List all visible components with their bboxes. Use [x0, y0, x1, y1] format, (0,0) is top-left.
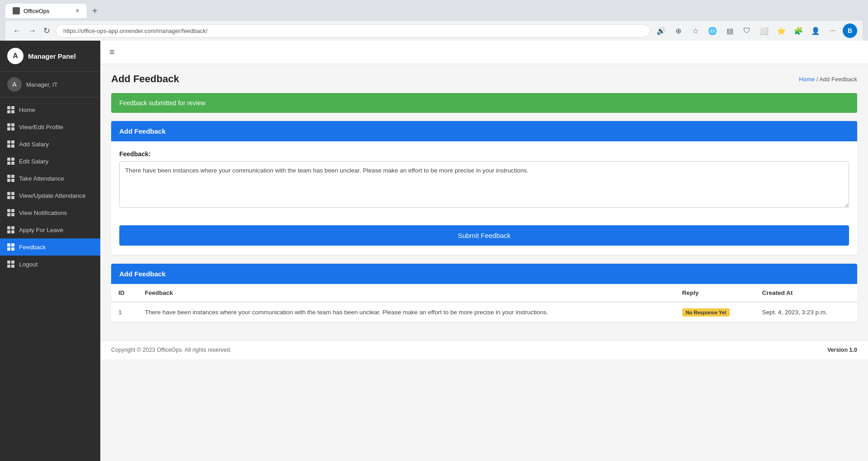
favorites-btn[interactable]: ☆: [688, 23, 703, 38]
table-header-row: ID Feedback Reply Created At: [111, 284, 857, 302]
tab-favicon: [13, 7, 20, 14]
col-id: ID: [111, 284, 138, 302]
sidebar-logo-initial: A: [13, 52, 18, 60]
grid-icon-view-attendance: [7, 192, 14, 199]
row-reply: No Response Yet: [675, 302, 755, 322]
grid-icon-feedback: [7, 243, 14, 251]
sidebar-item-add-salary[interactable]: Add Salary: [0, 135, 100, 153]
browser-chrome: OfficeOps × + ← → ↻ https://office-ops-a…: [0, 0, 868, 41]
page-title: Add Feedback: [111, 73, 179, 85]
sidebar-item-feedback[interactable]: Feedback: [0, 238, 100, 256]
col-reply: Reply: [675, 284, 755, 302]
forward-btn[interactable]: →: [26, 24, 38, 37]
browser-tabs: OfficeOps × +: [5, 4, 863, 18]
sidebar-item-view-notifications[interactable]: View Notifications: [0, 204, 100, 221]
success-alert: Feedback submitted for review: [111, 93, 857, 113]
extensions-btn[interactable]: 🧩: [791, 23, 806, 38]
sidebar-logo: A: [7, 48, 23, 64]
row-id: 1: [111, 302, 138, 322]
page-header: Add Feedback Home / Add Feedback: [111, 73, 857, 85]
sidebar-item-label-edit-salary: Edit Salary: [19, 158, 48, 165]
feedback-label: Feedback:: [119, 150, 849, 158]
row-feedback: There have been instances where your com…: [138, 302, 675, 322]
breadcrumb-home-link[interactable]: Home: [799, 76, 815, 83]
tab-title: OfficeOps: [23, 8, 50, 14]
sidebar: A Manager Panel A Manager, IT Home View/…: [0, 41, 100, 461]
submit-btn-container: Submit Feedback: [111, 225, 857, 255]
sidebar-item-label-add-salary: Add Salary: [19, 141, 49, 148]
sidebar-item-logout[interactable]: Logout: [0, 256, 100, 273]
no-response-badge: No Response Yet: [682, 308, 730, 317]
grid-icon-add-salary: [7, 140, 14, 148]
row-created-at: Sept. 4, 2023, 3:23 p.m.: [755, 302, 857, 322]
table-head: ID Feedback Reply Created At: [111, 284, 857, 302]
grid-icon-take-attendance: [7, 175, 14, 182]
feedback-table: ID Feedback Reply Created At 1 There hav…: [111, 284, 857, 322]
sidebar-item-label-notifications: View Notifications: [19, 210, 67, 216]
read-aloud-btn[interactable]: 🔊: [654, 23, 668, 38]
add-feedback-form-card-body: Feedback:: [111, 141, 857, 225]
sidebar-item-label-logout: Logout: [19, 261, 38, 268]
add-feedback-form-card-header: Add Feedback: [111, 121, 857, 141]
sidebar-item-label-home: Home: [19, 107, 35, 113]
browser-actions: 🔊 ⊕ ☆ 🌐 ▤ 🛡 ⬜ ⭐ 🧩 👤 ··· B: [654, 23, 857, 38]
breadcrumb-current: Add Feedback: [819, 76, 857, 83]
main-content: ≡ Add Feedback Home / Add Feedback Feedb…: [100, 41, 868, 461]
feedback-table-card-header: Add Feedback: [111, 264, 857, 284]
sidebar-user: A Manager, IT: [0, 72, 100, 98]
sidebar-item-label-profile: View/Edit Profile: [19, 124, 63, 130]
grid-icon-logout: [7, 261, 14, 268]
grid-icon: [7, 106, 14, 113]
sidebar-item-take-attendance[interactable]: Take Attendance: [0, 170, 100, 187]
content-area: Add Feedback Home / Add Feedback Feedbac…: [100, 64, 868, 340]
more-btn[interactable]: ···: [826, 23, 840, 38]
sidebar-item-view-edit-profile[interactable]: View/Edit Profile: [0, 118, 100, 135]
url-text: https://office-ops-app.onrender.com/mana…: [63, 28, 207, 34]
col-feedback: Feedback: [138, 284, 675, 302]
zoom-btn[interactable]: ⊕: [671, 23, 685, 38]
immersive-reader-btn[interactable]: ▤: [723, 23, 737, 38]
sidebar-item-home[interactable]: Home: [0, 101, 100, 118]
edge-copilot-btn[interactable]: B: [843, 23, 857, 38]
sidebar-search-btn[interactable]: ⬜: [757, 23, 771, 38]
grid-icon-leave: [7, 226, 14, 233]
active-tab[interactable]: OfficeOps ×: [5, 4, 87, 18]
version-label: Version: [827, 347, 848, 353]
sidebar-header: A Manager Panel: [0, 41, 100, 72]
version-number: 1.0: [849, 347, 857, 353]
add-feedback-form-card: Add Feedback Feedback: Submit Feedback: [111, 121, 857, 255]
footer: Copyright © 2023 OfficeOps. All rights r…: [100, 340, 868, 359]
new-tab-btn[interactable]: +: [89, 4, 101, 18]
profile-btn[interactable]: 👤: [808, 23, 823, 38]
address-bar[interactable]: https://office-ops-app.onrender.com/mana…: [56, 24, 650, 37]
back-btn[interactable]: ←: [11, 24, 23, 37]
sidebar-item-view-update-attendance[interactable]: View/Update Attendance: [0, 187, 100, 204]
feedback-textarea[interactable]: [119, 161, 849, 208]
sidebar-item-edit-salary[interactable]: Edit Salary: [0, 153, 100, 170]
app-container: A Manager Panel A Manager, IT Home View/…: [0, 41, 868, 461]
footer-version: Version 1.0: [827, 347, 857, 353]
feedback-form-group: Feedback:: [119, 150, 849, 209]
grid-icon-profile: [7, 123, 14, 130]
sidebar-item-label-view-attendance: View/Update Attendance: [19, 192, 86, 199]
main-header: ≡: [100, 41, 868, 64]
refresh-btn[interactable]: ↻: [42, 24, 52, 37]
table-body: 1 There have been instances where your c…: [111, 302, 857, 322]
sidebar-nav: Home View/Edit Profile Add Salary Edit S…: [0, 98, 100, 461]
feedback-table-card: Add Feedback ID Feedback Reply Created A…: [111, 264, 857, 322]
col-created-at: Created At: [755, 284, 857, 302]
tab-close-btn[interactable]: ×: [75, 7, 80, 14]
sidebar-item-apply-for-leave[interactable]: Apply For Leave: [0, 221, 100, 238]
browser-toolbar: ← → ↻ https://office-ops-app.onrender.co…: [5, 21, 863, 41]
sidebar-user-name: Manager, IT: [26, 81, 57, 88]
sidebar-item-label-take-attendance: Take Attendance: [19, 175, 64, 182]
footer-copyright: Copyright © 2023 OfficeOps. All rights r…: [111, 347, 231, 353]
browser-wallet-btn[interactable]: ⭐: [774, 23, 788, 38]
submit-feedback-button[interactable]: Submit Feedback: [119, 225, 849, 246]
shield-btn[interactable]: 🛡: [740, 23, 754, 38]
rights-text: All rights reserved.: [185, 347, 232, 353]
hamburger-menu[interactable]: ≡: [109, 47, 115, 57]
globe-btn[interactable]: 🌐: [705, 23, 720, 38]
sidebar-title: Manager Panel: [28, 52, 76, 60]
breadcrumb: Home / Add Feedback: [799, 76, 857, 83]
